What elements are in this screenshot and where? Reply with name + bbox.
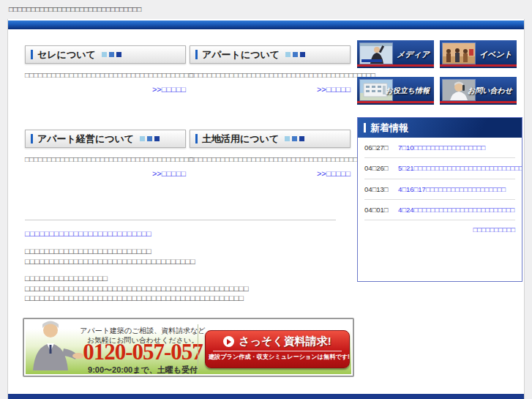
section-title: アパート経営について bbox=[37, 133, 134, 146]
play-icon bbox=[223, 336, 234, 347]
main-container: セレについて □□□□□□□□□□□□□□□□□□□□□□□□□□□□□□□□□… bbox=[7, 19, 525, 399]
news-item: 04□26□ 5□21□□□□□□□□□□□□□□□□□□□□□□□□□□ bbox=[364, 158, 515, 179]
more-link[interactable]: >>□□□□□ bbox=[25, 169, 186, 178]
cta-label: さっそく資料請求! bbox=[239, 335, 331, 348]
section-about-apartment: アパートについて □□□□□□□□□□□□□□□□□□□□□□□□□□□□□□□… bbox=[190, 45, 351, 94]
more-link[interactable]: >>□□□□□ bbox=[25, 85, 186, 94]
sidebar-button-label: メディア bbox=[397, 49, 430, 60]
media-photo-icon bbox=[360, 43, 392, 64]
news-box: 新着情報 06□27□ 7□10□□□□□□□□□□□□□□□□□ 04□26□… bbox=[357, 117, 522, 282]
sidebar-button-label: イベント bbox=[479, 49, 512, 60]
title-squares-icon bbox=[285, 52, 305, 57]
sidebar-button-event[interactable]: イベント bbox=[440, 40, 517, 68]
section-body-text: □□□□□□□□□□□□□□□□□□□□□□□□□□□□□□□□□□□□□□□□… bbox=[190, 70, 351, 81]
vertical-divider bbox=[198, 324, 198, 370]
header-accent-bar bbox=[364, 123, 366, 133]
news-link[interactable]: 4□16□17□□□□□□□□□□□□□□□□□□□ bbox=[398, 184, 506, 195]
header-accent-bar bbox=[31, 50, 33, 59]
middle-text-link[interactable]: □□□□□□□□□□□□□□□□□□□□□□□□□□ bbox=[25, 229, 151, 238]
news-header: 新着情報 bbox=[358, 118, 522, 138]
request-materials-button[interactable]: さっそく資料請求! 建設プラン作成・収支シミュレーションは無料です! bbox=[205, 330, 350, 368]
more-link[interactable]: >>□□□□□ bbox=[190, 85, 351, 94]
news-link[interactable]: 5□21□□□□□□□□□□□□□□□□□□□□□□□□□□ bbox=[398, 163, 522, 174]
section-about-sele: セレについて □□□□□□□□□□□□□□□□□□□□□□□□□□□□□□□□□… bbox=[25, 45, 186, 94]
sidebar-button-contact[interactable]: お問い合わせ bbox=[440, 77, 517, 105]
news-date: 04□01□ bbox=[364, 205, 398, 215]
sidebar-button-media[interactable]: メディア bbox=[357, 40, 434, 68]
header-accent-bar bbox=[195, 50, 198, 59]
news-title: 新着情報 bbox=[370, 122, 408, 135]
sidebar-button-label: お問い合わせ bbox=[468, 86, 512, 96]
section-title: セレについて bbox=[37, 48, 96, 61]
middle-paragraph-2: □□□□□□□□□□□□□□□□□ □□□□□□□□□□□□□□□□□□□□□□… bbox=[25, 274, 249, 304]
section-header: 土地活用について bbox=[190, 130, 351, 148]
news-item: 04□01□ 4□24□□□□□□□□□□□□□□□□□□□□□□□□ bbox=[364, 200, 515, 220]
title-squares-icon bbox=[140, 136, 160, 141]
section-body-text: □□□□□□□□□□□□□□□□□□□□□□□□□□□□□□□□□□□□□□ bbox=[25, 70, 186, 81]
header-bar bbox=[8, 20, 524, 29]
news-date: 06□27□ bbox=[364, 143, 398, 153]
horizontal-divider bbox=[25, 220, 336, 220]
middle-paragraph-1: □□□□□□□□□□□□□□□□□□□□□□□□□□ □□□□□□□□□□□□□… bbox=[25, 247, 195, 266]
sidebar-button-label: お役立ち情報 bbox=[386, 86, 430, 96]
phone-number: 0120-057-057 bbox=[70, 339, 216, 365]
news-link[interactable]: 7□10□□□□□□□□□□□□□□□□□ bbox=[398, 143, 485, 153]
section-body-text: □□□□□□□□□□□□□□□□□□□□□□□□□□□□□□□□□□□□□□□□… bbox=[190, 154, 351, 165]
section-body-text: □□□□□□□□□□□□□□□□□□□□□□□□□□□□□□□□□□□□□□ bbox=[25, 154, 186, 165]
cta-subtext: 建設プラン作成・収支シミュレーションは無料です! bbox=[209, 353, 346, 362]
cta-row: さっそく資料請求! bbox=[206, 335, 349, 348]
more-link[interactable]: >>□□□□□ bbox=[190, 169, 351, 178]
section-header: アパートについて bbox=[190, 45, 351, 64]
news-list: 06□27□ 7□10□□□□□□□□□□□□□□□□□ 04□26□ 5□21… bbox=[358, 138, 522, 239]
header-accent-bar bbox=[195, 134, 198, 143]
footer-bar bbox=[8, 394, 524, 399]
news-date: 04□26□ bbox=[364, 163, 398, 174]
section-header: アパート経営について bbox=[25, 130, 186, 148]
section-apartment-management: アパート経営について □□□□□□□□□□□□□□□□□□□□□□□□□□□□□… bbox=[25, 130, 186, 178]
title-squares-icon bbox=[285, 136, 304, 141]
news-item: 06□27□ 7□10□□□□□□□□□□□□□□□□□ bbox=[364, 138, 515, 158]
section-land-use: 土地活用について □□□□□□□□□□□□□□□□□□□□□□□□□□□□□□□… bbox=[190, 130, 351, 178]
event-photo-icon bbox=[443, 43, 475, 64]
news-link[interactable]: 4□24□□□□□□□□□□□□□□□□□□□□□□□□ bbox=[398, 205, 514, 215]
header-accent-bar bbox=[31, 134, 33, 143]
news-more-link[interactable]: □□□□□□□□□□ bbox=[364, 220, 515, 239]
news-date: 04□13□ bbox=[364, 184, 398, 195]
title-squares-icon bbox=[102, 52, 121, 57]
section-title: アパートについて bbox=[202, 48, 280, 61]
business-hours-text: 9:00〜20:00まで、土曜も受付 bbox=[70, 365, 216, 376]
section-title: 土地活用について bbox=[202, 133, 279, 146]
section-header: セレについて bbox=[25, 45, 186, 64]
contact-banner[interactable]: アパート建築のご相談、資料請求など お気軽にお問い合わせください。 0120-0… bbox=[23, 318, 354, 377]
site-description-text: □□□□□□□□□□□□□□□□□□□□□□□□□□□□□□ bbox=[9, 5, 141, 13]
cta-separator bbox=[213, 351, 342, 351]
news-item: 04□13□ 4□16□17□□□□□□□□□□□□□□□□□□□ bbox=[364, 179, 515, 200]
sidebar-button-useful-info[interactable]: お役立ち情報 bbox=[357, 77, 434, 105]
